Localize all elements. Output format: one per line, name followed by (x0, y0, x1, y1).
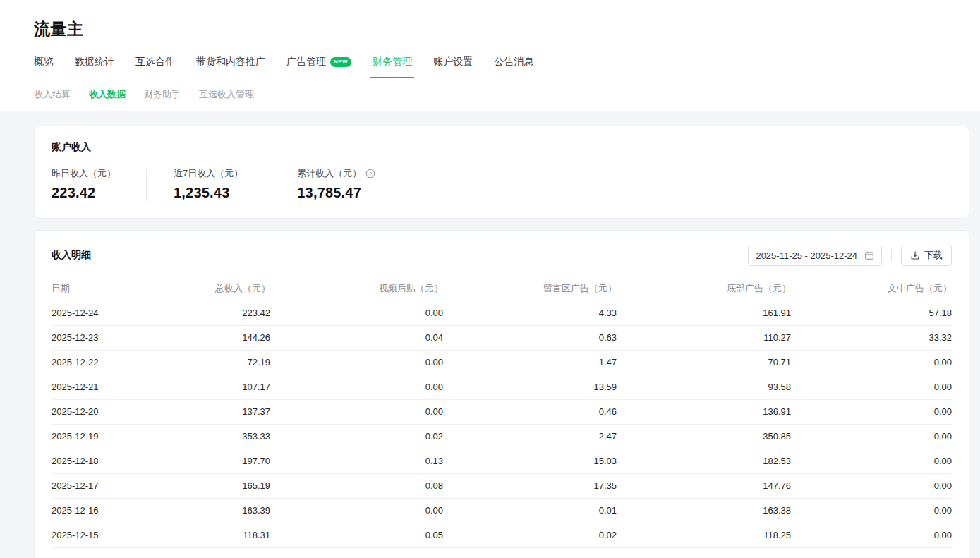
new-badge: NEW (330, 57, 351, 67)
account-income-card: 账户收入 昨日收入（元）223.42近7日收入（元）1,235.43累计收入（元… (34, 126, 969, 219)
cell-date: 2025-12-20 (52, 399, 145, 424)
cell-value: 0.00 (791, 375, 952, 399)
table-row: 2025-12-21107.170.0013.5993.580.00 (52, 375, 952, 399)
account-income-stats: 昨日收入（元）223.42近7日收入（元）1,235.43累计收入（元）?13,… (52, 167, 952, 201)
tab-announcements[interactable]: 公告消息 (494, 56, 533, 78)
cell-value: 57.18 (791, 301, 952, 325)
tab-finance-management[interactable]: 财务管理 (373, 56, 412, 78)
cell-value: 0.08 (270, 473, 443, 498)
calendar-icon (864, 250, 874, 260)
cell-date: 2025-12-22 (52, 350, 145, 375)
cell-value: 0.00 (791, 498, 952, 523)
cell-value: 161.91 (617, 301, 791, 325)
tab-label: 广告管理 (286, 56, 326, 68)
table-row: 2025-12-19353.330.022.47350.850.00 (52, 424, 952, 449)
cell-value: 0.00 (270, 399, 443, 424)
cell-value: 0.00 (270, 350, 443, 375)
tab-label: 带货和内容推广 (196, 56, 265, 68)
cell-value: 136.91 (617, 399, 791, 424)
tab-ad-management[interactable]: 广告管理NEW (286, 56, 351, 78)
subtab-income-settlement[interactable]: 收入结算 (34, 88, 71, 101)
svg-text:?: ? (369, 171, 373, 177)
detail-controls: 2025-11-25 - 2025-12-24 (748, 245, 952, 266)
cell-value: 0.02 (270, 424, 443, 449)
cell-value: 0.00 (791, 449, 952, 473)
stat-value: 223.42 (52, 185, 119, 201)
income-stat: 昨日收入（元）223.42 (52, 167, 119, 201)
cell-date: 2025-12-17 (52, 473, 145, 498)
cell-value: 163.39 (145, 498, 270, 523)
cell-value: 72.19 (145, 350, 270, 375)
cell-value: 70.71 (617, 350, 791, 375)
tab-goods-content-promo[interactable]: 带货和内容推广 (196, 56, 265, 78)
cell-value: 0.63 (443, 325, 617, 350)
cell-value: 0.00 (791, 399, 952, 424)
table-row: 2025-12-17165.190.0817.35147.760.00 (52, 473, 952, 498)
tab-label: 财务管理 (373, 56, 412, 68)
cell-value: 165.19 (145, 473, 270, 498)
cell-value: 163.38 (617, 498, 791, 523)
cell-value: 0.01 (443, 498, 617, 523)
income-table: 日期总收入（元）视频后贴（元）留言区广告（元）底部广告（元）文中广告（元） 20… (52, 277, 952, 548)
cell-value: 0.46 (443, 399, 617, 424)
account-income-title: 账户收入 (52, 141, 952, 154)
controls-divider (891, 249, 892, 262)
column-header: 文中广告（元） (791, 277, 952, 301)
tab-account-settings[interactable]: 账户设置 (433, 56, 473, 78)
cell-value: 4.33 (443, 301, 617, 325)
tab-label: 概览 (34, 56, 54, 68)
tab-data-statistics[interactable]: 数据统计 (75, 56, 114, 78)
date-range-value: 2025-11-25 - 2025-12-24 (756, 250, 857, 261)
stat-value: 13,785.47 (297, 185, 375, 201)
table-row: 2025-12-15118.310.050.02118.250.00 (52, 523, 952, 547)
stat-divider (146, 169, 147, 201)
cell-value: 13.59 (443, 375, 617, 399)
cell-value: 353.33 (145, 424, 270, 449)
help-icon[interactable]: ? (365, 169, 375, 178)
cell-value: 93.58 (617, 375, 791, 399)
cell-value: 350.85 (617, 424, 791, 449)
cell-value: 0.02 (443, 523, 617, 547)
cell-value: 118.25 (617, 523, 791, 547)
sub-tab-bar: 收入结算收入数据财务助手互选收入管理 (0, 78, 980, 111)
income-detail-card: 收入明细 2025-11-25 - 2025-12-24 (34, 230, 969, 558)
tab-label: 数据统计 (75, 56, 114, 68)
subtab-income-data[interactable]: 收入数据 (89, 88, 126, 101)
column-header: 视频后贴（元） (270, 277, 443, 301)
cell-value: 110.27 (617, 325, 791, 350)
cell-value: 1.47 (443, 350, 617, 375)
income-stat: 累计收入（元）?13,785.47 (297, 167, 375, 201)
tab-label: 账户设置 (433, 56, 473, 68)
cell-value: 147.76 (617, 473, 791, 498)
cell-date: 2025-12-24 (52, 301, 145, 325)
page-header: 流量主 概览数据统计互选合作带货和内容推广广告管理NEW财务管理账户设置公告消息 (0, 0, 980, 78)
cell-value: 182.53 (617, 449, 791, 473)
cell-date: 2025-12-18 (52, 449, 145, 473)
date-range-picker[interactable]: 2025-11-25 - 2025-12-24 (748, 245, 882, 266)
cell-value: 118.31 (145, 523, 270, 547)
subtab-finance-assistant[interactable]: 财务助手 (144, 88, 181, 101)
table-row: 2025-12-2272.190.001.4770.710.00 (52, 350, 952, 375)
cell-date: 2025-12-21 (52, 375, 145, 399)
tab-label: 公告消息 (494, 56, 533, 68)
tab-overview[interactable]: 概览 (34, 56, 54, 78)
cell-value: 0.13 (270, 449, 443, 473)
download-label: 下载 (924, 249, 943, 262)
tab-mutual-selection[interactable]: 互选合作 (135, 56, 175, 78)
cell-value: 0.00 (270, 375, 443, 399)
cell-value: 0.04 (270, 325, 443, 350)
table-row: 2025-12-16163.390.000.01163.380.00 (52, 498, 952, 523)
column-header: 日期 (52, 277, 145, 301)
cell-value: 0.00 (791, 424, 952, 449)
download-button[interactable]: 下载 (901, 245, 952, 266)
income-detail-title: 收入明细 (52, 249, 91, 262)
subtab-mutual-income-management[interactable]: 互选收入管理 (199, 88, 254, 101)
cell-value: 17.35 (443, 473, 617, 498)
stat-label: 近7日收入（元） (174, 167, 243, 180)
table-row: 2025-12-23144.260.040.63110.2733.32 (52, 325, 952, 350)
cell-value: 0.05 (270, 523, 443, 547)
cell-value: 2.47 (443, 424, 617, 449)
cell-date: 2025-12-23 (52, 325, 145, 350)
table-row: 2025-12-18197.700.1315.03182.530.00 (52, 449, 952, 473)
cell-value: 0.00 (791, 350, 952, 375)
